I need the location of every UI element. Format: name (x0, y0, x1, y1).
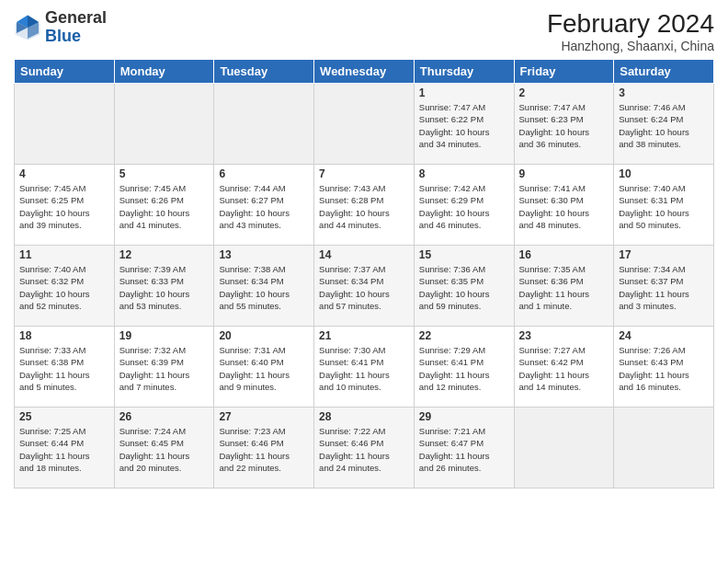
day-number: 20 (219, 329, 309, 342)
day-info: Sunrise: 7:24 AM Sunset: 6:45 PM Dayligh… (119, 425, 210, 474)
calendar-cell: 4Sunrise: 7:45 AM Sunset: 6:25 PM Daylig… (15, 165, 115, 246)
day-number: 11 (19, 248, 109, 261)
calendar-cell: 7Sunrise: 7:43 AM Sunset: 6:28 PM Daylig… (314, 165, 415, 246)
day-info: Sunrise: 7:22 AM Sunset: 6:46 PM Dayligh… (319, 425, 409, 474)
calendar-cell: 27Sunrise: 7:23 AM Sunset: 6:46 PM Dayli… (214, 408, 314, 488)
day-number: 15 (419, 248, 509, 261)
calendar-cell: 14Sunrise: 7:37 AM Sunset: 6:34 PM Dayli… (314, 246, 415, 327)
day-number: 18 (19, 329, 109, 342)
day-info: Sunrise: 7:29 AM Sunset: 6:41 PM Dayligh… (419, 344, 509, 393)
day-info: Sunrise: 7:39 AM Sunset: 6:33 PM Dayligh… (119, 263, 210, 312)
calendar-cell: 8Sunrise: 7:42 AM Sunset: 6:29 PM Daylig… (414, 165, 514, 246)
calendar-cell: 20Sunrise: 7:31 AM Sunset: 6:40 PM Dayli… (214, 327, 314, 408)
day-number: 4 (19, 167, 109, 180)
day-number: 26 (119, 410, 210, 423)
location: Hanzhong, Shaanxi, China (547, 39, 714, 53)
day-info: Sunrise: 7:42 AM Sunset: 6:29 PM Dayligh… (419, 182, 509, 231)
calendar-cell (314, 84, 415, 165)
calendar-cell: 11Sunrise: 7:40 AM Sunset: 6:32 PM Dayli… (15, 246, 115, 327)
calendar-header-friday: Friday (514, 60, 614, 84)
calendar-cell: 28Sunrise: 7:22 AM Sunset: 6:46 PM Dayli… (314, 408, 415, 488)
day-number: 25 (19, 410, 109, 423)
calendar-header-wednesday: Wednesday (314, 60, 415, 84)
day-number: 12 (119, 248, 210, 261)
calendar-cell: 24Sunrise: 7:26 AM Sunset: 6:43 PM Dayli… (614, 327, 714, 408)
calendar-week-2: 4Sunrise: 7:45 AM Sunset: 6:25 PM Daylig… (15, 165, 714, 246)
calendar-header-sunday: Sunday (15, 60, 115, 84)
day-number: 29 (419, 410, 509, 423)
day-info: Sunrise: 7:46 AM Sunset: 6:24 PM Dayligh… (619, 101, 709, 150)
calendar-cell: 26Sunrise: 7:24 AM Sunset: 6:45 PM Dayli… (114, 408, 214, 488)
day-number: 21 (319, 329, 409, 342)
day-number: 22 (419, 329, 509, 342)
calendar-cell: 10Sunrise: 7:40 AM Sunset: 6:31 PM Dayli… (614, 165, 714, 246)
calendar: SundayMondayTuesdayWednesdayThursdayFrid… (14, 59, 714, 488)
calendar-cell: 23Sunrise: 7:27 AM Sunset: 6:42 PM Dayli… (514, 327, 614, 408)
day-info: Sunrise: 7:37 AM Sunset: 6:34 PM Dayligh… (319, 263, 409, 312)
day-info: Sunrise: 7:45 AM Sunset: 6:25 PM Dayligh… (19, 182, 109, 231)
day-info: Sunrise: 7:41 AM Sunset: 6:30 PM Dayligh… (519, 182, 609, 231)
day-info: Sunrise: 7:31 AM Sunset: 6:40 PM Dayligh… (219, 344, 309, 393)
day-info: Sunrise: 7:30 AM Sunset: 6:41 PM Dayligh… (319, 344, 409, 393)
day-info: Sunrise: 7:27 AM Sunset: 6:42 PM Dayligh… (519, 344, 609, 393)
day-number: 16 (519, 248, 609, 261)
day-info: Sunrise: 7:35 AM Sunset: 6:36 PM Dayligh… (519, 263, 609, 312)
logo-text: General Blue (45, 9, 107, 46)
calendar-week-1: 1Sunrise: 7:47 AM Sunset: 6:22 PM Daylig… (15, 84, 714, 165)
day-info: Sunrise: 7:23 AM Sunset: 6:46 PM Dayligh… (219, 425, 309, 474)
calendar-cell: 3Sunrise: 7:46 AM Sunset: 6:24 PM Daylig… (614, 84, 714, 165)
calendar-cell: 18Sunrise: 7:33 AM Sunset: 6:38 PM Dayli… (15, 327, 115, 408)
day-info: Sunrise: 7:38 AM Sunset: 6:34 PM Dayligh… (219, 263, 309, 312)
day-number: 6 (219, 167, 309, 180)
calendar-cell (514, 408, 614, 488)
calendar-cell: 16Sunrise: 7:35 AM Sunset: 6:36 PM Dayli… (514, 246, 614, 327)
day-number: 24 (619, 329, 709, 342)
calendar-cell: 21Sunrise: 7:30 AM Sunset: 6:41 PM Dayli… (314, 327, 415, 408)
calendar-cell (214, 84, 314, 165)
day-info: Sunrise: 7:26 AM Sunset: 6:43 PM Dayligh… (619, 344, 709, 393)
day-info: Sunrise: 7:32 AM Sunset: 6:39 PM Dayligh… (119, 344, 210, 393)
calendar-cell: 17Sunrise: 7:34 AM Sunset: 6:37 PM Dayli… (614, 246, 714, 327)
calendar-header-tuesday: Tuesday (214, 60, 314, 84)
calendar-cell (614, 408, 714, 488)
day-number: 27 (219, 410, 309, 423)
calendar-cell: 1Sunrise: 7:47 AM Sunset: 6:22 PM Daylig… (414, 84, 514, 165)
day-number: 8 (419, 167, 509, 180)
day-info: Sunrise: 7:44 AM Sunset: 6:27 PM Dayligh… (219, 182, 309, 231)
day-info: Sunrise: 7:25 AM Sunset: 6:44 PM Dayligh… (19, 425, 109, 474)
logo-icon (14, 14, 41, 41)
calendar-cell: 13Sunrise: 7:38 AM Sunset: 6:34 PM Dayli… (214, 246, 314, 327)
title-block: February 2024 Hanzhong, Shaanxi, China (547, 9, 714, 53)
calendar-cell: 5Sunrise: 7:45 AM Sunset: 6:26 PM Daylig… (114, 165, 214, 246)
day-info: Sunrise: 7:34 AM Sunset: 6:37 PM Dayligh… (619, 263, 709, 312)
day-info: Sunrise: 7:36 AM Sunset: 6:35 PM Dayligh… (419, 263, 509, 312)
day-number: 23 (519, 329, 609, 342)
day-info: Sunrise: 7:40 AM Sunset: 6:32 PM Dayligh… (19, 263, 109, 312)
day-number: 1 (419, 86, 509, 99)
day-number: 5 (119, 167, 210, 180)
calendar-cell: 29Sunrise: 7:21 AM Sunset: 6:47 PM Dayli… (414, 408, 514, 488)
day-number: 7 (319, 167, 409, 180)
calendar-cell: 19Sunrise: 7:32 AM Sunset: 6:39 PM Dayli… (114, 327, 214, 408)
day-info: Sunrise: 7:33 AM Sunset: 6:38 PM Dayligh… (19, 344, 109, 393)
calendar-week-5: 25Sunrise: 7:25 AM Sunset: 6:44 PM Dayli… (15, 408, 714, 488)
header: General Blue February 2024 Hanzhong, Sha… (14, 9, 714, 53)
calendar-cell (114, 84, 214, 165)
calendar-cell: 22Sunrise: 7:29 AM Sunset: 6:41 PM Dayli… (414, 327, 514, 408)
day-info: Sunrise: 7:47 AM Sunset: 6:22 PM Dayligh… (419, 101, 509, 150)
day-number: 3 (619, 86, 709, 99)
month-year: February 2024 (547, 9, 714, 39)
calendar-cell: 9Sunrise: 7:41 AM Sunset: 6:30 PM Daylig… (514, 165, 614, 246)
day-info: Sunrise: 7:43 AM Sunset: 6:28 PM Dayligh… (319, 182, 409, 231)
day-number: 10 (619, 167, 709, 180)
calendar-cell: 2Sunrise: 7:47 AM Sunset: 6:23 PM Daylig… (514, 84, 614, 165)
day-number: 2 (519, 86, 609, 99)
calendar-cell: 12Sunrise: 7:39 AM Sunset: 6:33 PM Dayli… (114, 246, 214, 327)
calendar-cell (15, 84, 115, 165)
calendar-header-saturday: Saturday (614, 60, 714, 84)
day-number: 17 (619, 248, 709, 261)
calendar-week-4: 18Sunrise: 7:33 AM Sunset: 6:38 PM Dayli… (15, 327, 714, 408)
logo: General Blue (14, 9, 107, 46)
calendar-cell: 25Sunrise: 7:25 AM Sunset: 6:44 PM Dayli… (15, 408, 115, 488)
day-number: 14 (319, 248, 409, 261)
